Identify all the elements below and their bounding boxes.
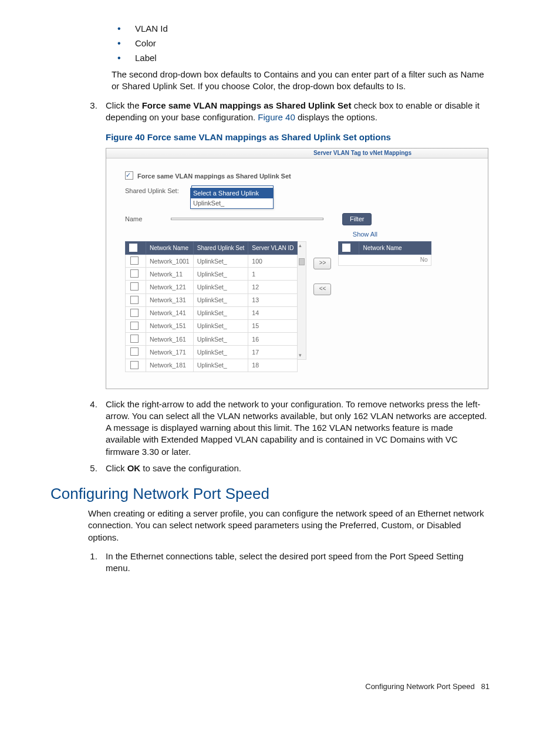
server-vlan-cell: 18 xyxy=(248,359,298,372)
name-filter-input[interactable] xyxy=(171,218,323,220)
server-vlan-cell: 14 xyxy=(248,306,298,319)
network-name-cell: Network_161 xyxy=(146,333,194,346)
step-4: Click the right-arrow to add the network… xyxy=(100,399,490,458)
shared-uplink-cell: UplinkSet_ xyxy=(193,333,248,346)
scroll-down-icon[interactable]: ▾ xyxy=(299,352,302,359)
row-checkbox[interactable] xyxy=(130,296,139,304)
remove-network-button[interactable]: << xyxy=(313,283,331,295)
filter-button[interactable]: Filter xyxy=(342,213,372,225)
server-vlan-cell: 16 xyxy=(248,333,298,346)
row-checkbox[interactable] xyxy=(130,347,139,356)
bullet-item: Label xyxy=(117,53,490,63)
network-name-cell: Network_151 xyxy=(146,319,194,332)
select-all-checkbox[interactable] xyxy=(129,244,137,252)
shared-uplink-cell: UplinkSet_ xyxy=(193,306,248,319)
name-filter-label: Name xyxy=(125,215,166,224)
section-step-1: In the Ethernet connections table, selec… xyxy=(100,551,490,575)
show-all-link[interactable]: Show All xyxy=(353,231,377,238)
scroll-handle[interactable] xyxy=(299,258,305,265)
server-vlan-cell: 15 xyxy=(248,319,298,332)
table-row[interactable]: Network_121UplinkSet_12 xyxy=(126,281,298,293)
table-row[interactable]: Network_151UplinkSet_15 xyxy=(126,319,298,332)
scroll-up-icon[interactable]: ▴ xyxy=(299,242,302,249)
figure-caption: Figure 40 Force same VLAN mappings as Sh… xyxy=(106,131,490,143)
network-name-cell: Network_11 xyxy=(146,268,194,281)
step-3: Click the Force same VLAN mappings as Sh… xyxy=(100,100,490,389)
section-paragraph: When creating or editing a server profil… xyxy=(88,508,490,544)
server-vlan-cell: 13 xyxy=(248,293,298,306)
paragraph: The second drop-down box defaults to Con… xyxy=(112,69,490,93)
page-footer: Configuring Network Port Speed 81 xyxy=(365,682,490,691)
network-name-cell: Network_1001 xyxy=(146,255,194,268)
row-checkbox[interactable] xyxy=(130,256,139,265)
row-checkbox[interactable] xyxy=(130,269,139,278)
shared-uplink-cell: UplinkSet_ xyxy=(193,255,248,268)
selected-networks-table: Network Name No xyxy=(338,241,431,266)
network-name-cell: Network_181 xyxy=(146,359,194,372)
force-same-vlan-checkbox[interactable] xyxy=(125,171,133,180)
available-networks-table: Network Name Shared Uplink Set Server VL… xyxy=(125,241,298,372)
network-name-cell: Network_171 xyxy=(146,346,194,359)
server-vlan-cell: 1 xyxy=(248,268,298,281)
bullet-item: Color xyxy=(117,38,490,48)
dropdown-option[interactable]: Select a Shared Uplink xyxy=(191,188,273,198)
figure-40: Server VLAN Tag to vNet Mappings Force s… xyxy=(106,148,488,389)
step-5: Click OK to save the configuration. xyxy=(100,463,490,474)
table-row[interactable]: Network_141UplinkSet_14 xyxy=(126,306,298,319)
row-checkbox[interactable] xyxy=(130,309,139,317)
shared-uplink-cell: UplinkSet_ xyxy=(193,359,248,372)
shared-uplink-cell: UplinkSet_ xyxy=(193,268,248,281)
table-row[interactable]: Network_1001UplinkSet_100 xyxy=(126,255,298,268)
row-checkbox[interactable] xyxy=(130,361,139,369)
bullet-item: VLAN Id xyxy=(117,23,490,33)
panel-title: Server VLAN Tag to vNet Mappings xyxy=(313,149,411,157)
network-name-cell: Network_131 xyxy=(146,293,194,306)
table-row[interactable]: Network_181UplinkSet_18 xyxy=(126,359,298,372)
table-row[interactable]: Network_161UplinkSet_16 xyxy=(126,333,298,346)
shared-uplink-cell: UplinkSet_ xyxy=(193,293,248,306)
table-row[interactable]: Network_131UplinkSet_13 xyxy=(126,293,298,306)
shared-uplink-cell: UplinkSet_ xyxy=(193,319,248,332)
sus-field-label: Shared Uplink Set: xyxy=(125,187,190,195)
server-vlan-cell: 12 xyxy=(248,281,298,293)
bullet-list: VLAN Id Color Label xyxy=(88,23,490,63)
row-checkbox[interactable] xyxy=(130,322,139,330)
figure-link[interactable]: Figure 40 xyxy=(258,112,295,122)
row-checkbox[interactable] xyxy=(130,282,139,291)
table-row[interactable]: Network_11UplinkSet_1 xyxy=(126,268,298,281)
shared-uplink-dropdown[interactable]: Select a Shared Uplink UplinkSet_ xyxy=(190,188,274,209)
add-network-button[interactable]: >> xyxy=(313,258,331,269)
server-vlan-cell: 17 xyxy=(248,346,298,359)
network-name-cell: Network_141 xyxy=(146,306,194,319)
scrollbar[interactable]: ▴ ▾ xyxy=(298,241,306,360)
shared-uplink-cell: UplinkSet_ xyxy=(193,346,248,359)
dropdown-option[interactable]: UplinkSet_ xyxy=(191,198,273,208)
section-heading: Configuring Network Port Speed xyxy=(50,485,490,503)
shared-uplink-cell: UplinkSet_ xyxy=(193,281,248,293)
table-row[interactable]: Network_171UplinkSet_17 xyxy=(126,346,298,359)
select-all-checkbox[interactable] xyxy=(342,244,350,252)
network-name-cell: Network_121 xyxy=(146,281,194,293)
row-checkbox[interactable] xyxy=(130,335,139,343)
server-vlan-cell: 100 xyxy=(248,255,298,268)
force-same-vlan-label: Force same VLAN mappings as Shared Uplin… xyxy=(137,173,291,180)
